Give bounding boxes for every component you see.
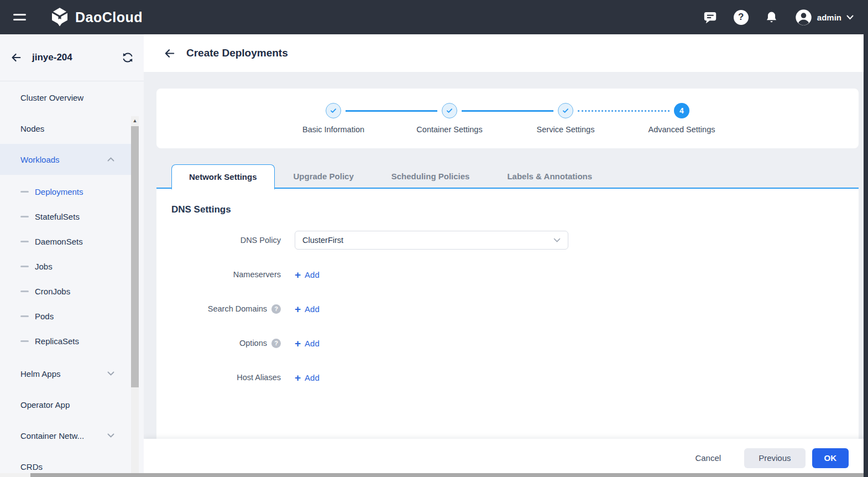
- notifications-bell-icon[interactable]: [764, 9, 780, 25]
- previous-button[interactable]: Previous: [744, 448, 805, 468]
- brand-name: DaoCloud: [75, 9, 143, 25]
- chevron-down-icon: [107, 371, 114, 376]
- avatar: [795, 9, 812, 26]
- tab-upgrade-policy[interactable]: Upgrade Policy: [275, 163, 373, 189]
- refresh-icon[interactable]: [122, 51, 134, 64]
- cluster-back-icon[interactable]: [10, 51, 23, 64]
- ok-button[interactable]: OK: [812, 448, 849, 468]
- step-service-settings[interactable]: Service Settings: [508, 103, 624, 134]
- horizontal-scrollbar-thumb[interactable]: [30, 473, 864, 477]
- main-area: Create Deployments Basic Information Con…: [144, 34, 868, 477]
- form-row-search-domains: Search Domains ? + Add: [156, 299, 859, 318]
- step-advanced-settings[interactable]: 4 Advanced Settings: [624, 103, 740, 134]
- tab-network-settings[interactable]: Network Settings: [171, 164, 275, 190]
- topbar: DaoCloud ? admin: [0, 0, 868, 34]
- sidebar-nav: Cluster Overview Nodes Workloads Deploym…: [0, 82, 131, 477]
- sidebar-item-cluster-overview[interactable]: Cluster Overview: [0, 82, 131, 113]
- plus-icon: +: [295, 304, 301, 314]
- step-label: Container Settings: [416, 125, 482, 134]
- chevron-down-icon: [107, 433, 114, 438]
- form-row-nameservers: Nameservers + Add: [156, 265, 859, 284]
- tab-labels-annotations[interactable]: Labels & Annotations: [488, 163, 611, 189]
- field-label: Options: [239, 339, 267, 348]
- menu-icon[interactable]: [13, 12, 27, 22]
- form-row-dns-policy: DNS Policy ClusterFirst: [156, 231, 859, 250]
- step-done-check-icon: [442, 103, 457, 118]
- scrollbar-thumb[interactable]: [131, 126, 139, 387]
- chevron-up-icon: [107, 157, 114, 162]
- help-icon[interactable]: ?: [734, 10, 749, 25]
- sidebar: jinye-204 Cluster Overview Nodes Workloa…: [0, 34, 144, 477]
- form-row-host-aliases: Host Aliases + Add: [156, 368, 859, 387]
- step-current-number: 4: [674, 103, 689, 118]
- dash-icon: [20, 266, 29, 267]
- dash-icon: [20, 340, 29, 342]
- right-edge-strip: [864, 0, 868, 477]
- plus-icon: +: [295, 372, 301, 383]
- user-name: admin: [817, 13, 841, 22]
- nameservers-add-button[interactable]: + Add: [295, 269, 320, 280]
- sidebar-item-workloads[interactable]: Workloads: [0, 144, 131, 175]
- sidebar-item-container-network[interactable]: Container Netw...: [0, 420, 131, 451]
- step-label: Basic Information: [302, 125, 364, 134]
- sidebar-item-pods[interactable]: Pods: [0, 304, 131, 329]
- sidebar-item-nodes[interactable]: Nodes: [0, 113, 131, 144]
- options-add-button[interactable]: + Add: [295, 338, 320, 349]
- dash-icon: [20, 291, 29, 292]
- step-connector: [346, 110, 437, 112]
- daocloud-logo-icon: [50, 7, 70, 27]
- selected-value: ClusterFirst: [302, 236, 343, 245]
- page-header: Create Deployments: [144, 34, 868, 72]
- sidebar-item-jobs[interactable]: Jobs: [0, 254, 131, 279]
- dash-icon: [20, 216, 29, 217]
- wizard-footer: Cancel Previous OK: [144, 439, 868, 477]
- tab-content: DNS Settings DNS Policy ClusterFirst Nam…: [156, 189, 859, 439]
- help-icon[interactable]: ?: [271, 304, 281, 314]
- field-label: Nameservers: [233, 270, 281, 279]
- sidebar-item-cronjobs[interactable]: CronJobs: [0, 279, 131, 304]
- help-icon[interactable]: ?: [271, 339, 281, 348]
- form-row-options: Options ? + Add: [156, 334, 859, 352]
- scroll-up-arrow-icon[interactable]: ▲: [131, 116, 139, 125]
- sidebar-scrollbar[interactable]: ▲ ▼: [131, 116, 139, 477]
- plus-icon: +: [295, 269, 301, 280]
- sidebar-item-daemonsets[interactable]: DaemonSets: [0, 229, 131, 254]
- page-title: Create Deployments: [186, 47, 288, 59]
- step-basic-information[interactable]: Basic Information: [275, 103, 391, 134]
- step-done-check-icon: [558, 103, 573, 118]
- step-connector: [462, 110, 553, 112]
- section-title: DNS Settings: [156, 189, 859, 215]
- step-container-settings[interactable]: Container Settings: [391, 103, 508, 134]
- chevron-down-icon: [846, 15, 854, 20]
- plus-icon: +: [295, 338, 301, 349]
- chevron-down-icon: [553, 238, 561, 242]
- sidebar-item-operator-app[interactable]: Operator App: [0, 389, 131, 420]
- field-label: DNS Policy: [240, 236, 281, 245]
- brand[interactable]: DaoCloud: [50, 7, 143, 27]
- step-connector-dotted: [578, 110, 670, 112]
- cluster-name: jinye-204: [32, 52, 72, 63]
- dash-icon: [20, 191, 29, 193]
- dash-icon: [20, 241, 29, 242]
- sidebar-item-statefulsets[interactable]: StatefulSets: [0, 204, 131, 229]
- search-domains-add-button[interactable]: + Add: [295, 304, 320, 314]
- user-menu[interactable]: admin: [795, 9, 854, 26]
- sidebar-item-helm-apps[interactable]: Helm Apps: [0, 358, 131, 389]
- horizontal-scrollbar[interactable]: [0, 473, 864, 477]
- sidebar-item-deployments[interactable]: Deployments: [0, 179, 131, 204]
- settings-tabbar: Network Settings Upgrade Policy Scheduli…: [156, 162, 859, 189]
- wizard-stepper: Basic Information Container Settings Ser…: [156, 89, 859, 148]
- sidebar-item-replicasets[interactable]: ReplicaSets: [0, 329, 131, 354]
- dns-policy-select[interactable]: ClusterFirst: [295, 231, 568, 250]
- field-label: Host Aliases: [237, 373, 281, 382]
- tab-scheduling-policies[interactable]: Scheduling Policies: [373, 163, 489, 189]
- messages-icon[interactable]: [703, 9, 718, 25]
- host-aliases-add-button[interactable]: + Add: [295, 372, 320, 383]
- step-label: Service Settings: [537, 125, 595, 134]
- step-label: Advanced Settings: [649, 125, 715, 134]
- step-done-check-icon: [326, 103, 341, 118]
- question-glyph: ?: [738, 12, 744, 23]
- cancel-button[interactable]: Cancel: [685, 448, 731, 468]
- field-label: Search Domains: [208, 304, 267, 313]
- page-back-icon[interactable]: [163, 46, 176, 60]
